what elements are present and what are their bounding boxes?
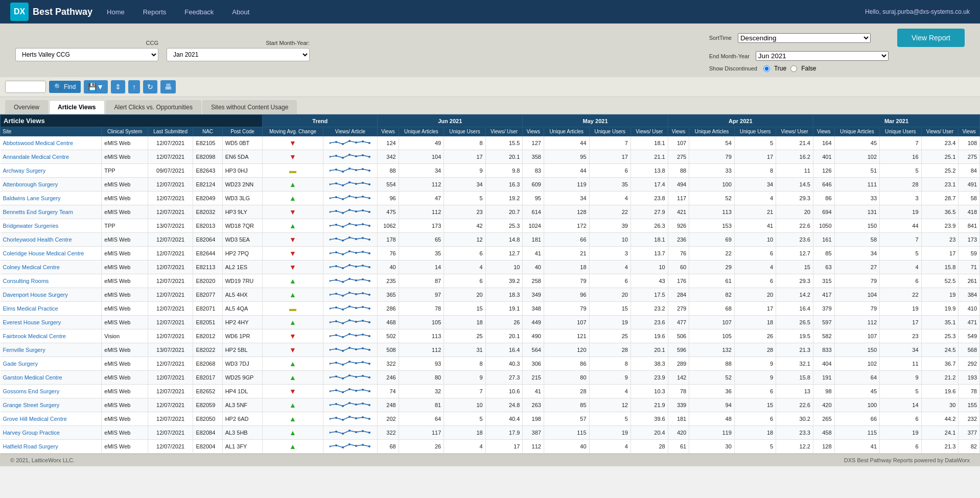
cell-m-vu: 18.1 (631, 233, 668, 247)
table-row: Fernville Surgery eMIS Web 13/07/2021 E8… (1, 343, 980, 357)
cell-ap-ua: 153 (689, 219, 735, 233)
cell-ap-uu: 6 (734, 274, 776, 288)
svg-point-123 (355, 376, 357, 378)
cell-mar-vu: 30 (921, 398, 959, 412)
cell-site: Grange Street Surgery (1, 398, 102, 412)
svg-point-76 (368, 280, 370, 282)
ccg-select[interactable]: Herts Valley CCG (15, 48, 158, 61)
nav-reports[interactable]: Reports (139, 6, 171, 18)
cell-ap-ua: 52 (689, 192, 735, 205)
svg-point-47 (362, 223, 364, 225)
view-report-button[interactable]: View Report (897, 29, 965, 47)
find-button[interactable]: 🔍 Find (49, 81, 81, 93)
svg-point-77 (330, 294, 331, 296)
cell-extra-views: 261 (959, 274, 980, 288)
cell-m-views: 348 (523, 302, 544, 316)
cell-mar-views: 582 (813, 329, 834, 343)
cell-mar-uu: 19 (880, 302, 921, 316)
cell-postcode: WD5 0BT (222, 136, 263, 150)
cell-j-views: 96 (378, 192, 399, 205)
columns-button[interactable]: ⇕ (111, 80, 125, 93)
cell-sparkline (323, 288, 377, 302)
svg-point-51 (342, 240, 344, 242)
export-button[interactable]: 💾▼ (84, 80, 108, 93)
cell-mar-views: 420 (813, 398, 834, 412)
apr-header: Apr 2021 (668, 115, 813, 127)
svg-point-58 (342, 253, 344, 255)
refresh-button[interactable]: ↻ (143, 80, 157, 93)
trend-up-icon: ▲ (289, 373, 296, 382)
cell-mar-ua: 112 (834, 316, 880, 329)
end-select[interactable]: Jun 2021 (756, 51, 889, 61)
tab-sites-without[interactable]: Sites without Content Usage (202, 100, 297, 114)
cell-j-vu: 39.2 (485, 274, 523, 288)
cell-mar-ua: 150 (834, 343, 880, 357)
svg-point-55 (368, 239, 370, 241)
cell-j-ua: 47 (399, 192, 444, 205)
cell-m-uu: 8 (589, 357, 631, 371)
cell-ap-views: 142 (668, 371, 689, 385)
cell-sparkline (323, 219, 377, 233)
cell-postcode: AL3 5NF (222, 398, 263, 412)
cell-m-vu: 10 (631, 260, 668, 274)
svg-point-79 (342, 295, 344, 297)
cell-m-vu: 17.4 (631, 178, 668, 192)
cell-postcode: WD18 7QR (222, 219, 263, 233)
cell-site: Consulting Rooms (1, 274, 102, 288)
cell-m-views: 349 (523, 288, 544, 302)
svg-point-46 (355, 224, 357, 226)
nav-feedback[interactable]: Feedback (180, 6, 218, 18)
sort-select[interactable]: Descending (738, 33, 871, 43)
cell-site: Chorleywood Health Centre (1, 233, 102, 247)
radio-false[interactable] (790, 65, 797, 72)
discontinued-row: Show Discontinued True False (709, 65, 965, 72)
cell-m-views: 258 (523, 274, 544, 288)
table-row: Everest House Surgery eMIS Web 12/07/202… (1, 316, 980, 329)
search-input[interactable] (5, 81, 46, 93)
svg-point-19 (362, 168, 364, 170)
svg-point-28 (330, 197, 331, 199)
svg-point-2 (342, 143, 344, 145)
trend-up-icon: ▲ (289, 222, 296, 230)
cell-trend-arrow: ▲ (263, 274, 323, 288)
cell-mar-views: 315 (813, 274, 834, 288)
sort-button[interactable]: ↑ (128, 80, 140, 93)
svg-point-86 (342, 309, 344, 311)
svg-point-18 (355, 169, 357, 171)
radio-true[interactable] (763, 65, 770, 72)
start-select[interactable]: Jan 2021 (167, 48, 310, 61)
cell-extra-views: 292 (959, 357, 980, 371)
print-button[interactable]: 🖶 (160, 80, 176, 93)
cell-sparkline (323, 440, 377, 454)
tab-alert-clicks[interactable]: Alert Clicks vs. Opportunities (106, 100, 201, 114)
nav-about[interactable]: About (228, 6, 253, 18)
cell-system: eMIS Web (102, 426, 148, 440)
svg-point-44 (342, 226, 344, 228)
cell-submitted: 09/07/2021 (148, 164, 193, 178)
svg-point-70 (330, 280, 331, 282)
cell-system: eMIS Web (102, 192, 148, 205)
nav-home[interactable]: Home (103, 6, 129, 18)
footer-powered: DXS Best Pathway Reports powered by Data… (844, 457, 970, 463)
cell-mar-views: 265 (813, 412, 834, 426)
cell-ap-vu: 12.7 (776, 247, 813, 260)
svg-point-60 (355, 252, 357, 254)
sparkline (330, 207, 370, 217)
svg-point-6 (368, 142, 370, 144)
cell-sparkline (323, 398, 377, 412)
cell-extra-views: 232 (959, 412, 980, 426)
cell-mar-ua: 33 (834, 192, 880, 205)
cell-system: Vision (102, 329, 148, 343)
cell-mar-ua: 41 (834, 440, 880, 454)
tab-overview[interactable]: Overview (5, 100, 48, 114)
svg-point-59 (348, 250, 351, 252)
cell-extra-views: 377 (959, 426, 980, 440)
cell-j-uu: 12 (444, 233, 485, 247)
cell-postcode: HP2 5BL (222, 343, 263, 357)
tab-article-views[interactable]: Article Views (49, 100, 104, 114)
svg-point-50 (335, 238, 337, 240)
trend-down-icon: ▼ (289, 208, 296, 216)
cell-sparkline (323, 412, 377, 426)
svg-point-66 (348, 264, 351, 266)
svg-point-114 (342, 364, 344, 366)
